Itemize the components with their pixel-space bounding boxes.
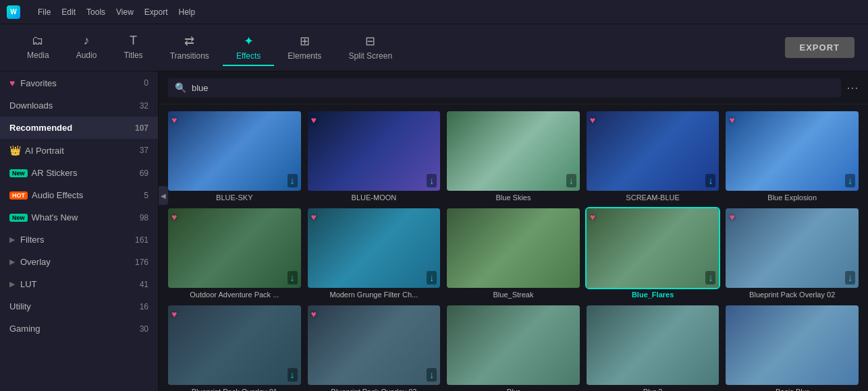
grid-view-icon[interactable]: ⋯ bbox=[846, 80, 859, 95]
export-button[interactable]: EXPORT bbox=[785, 37, 855, 58]
sidebar-item-favorites[interactable]: ♥Favorites0 bbox=[0, 71, 158, 94]
sidebar-item-recommended[interactable]: Recommended107 bbox=[0, 117, 158, 139]
download-icon[interactable]: ↓ bbox=[845, 271, 855, 284]
toolbar-item-audio[interactable]: ♪Audio bbox=[63, 30, 111, 66]
sidebar-item-downloads[interactable]: Downloads32 bbox=[0, 94, 158, 117]
sidebar-item-label: What's New bbox=[32, 212, 78, 222]
toolbar-item-transitions[interactable]: ⇄Transitions bbox=[157, 30, 223, 66]
download-icon[interactable]: ↓ bbox=[288, 271, 298, 284]
effect-label: Basic Blur bbox=[726, 388, 859, 391]
sidebar-item-what-s-new[interactable]: NewWhat's New98 bbox=[0, 206, 158, 229]
thumbnail-bg bbox=[168, 208, 301, 288]
favorite-icon: ♥ bbox=[311, 115, 317, 125]
effect-thumbnail: ♥↓ bbox=[726, 111, 859, 191]
sidebar-item-ar-stickers[interactable]: NewAR Stickers69 bbox=[0, 162, 158, 184]
sidebar-item-ai-portrait[interactable]: 👑AI Portrait37 bbox=[0, 139, 158, 162]
download-icon[interactable]: ↓ bbox=[427, 174, 437, 187]
toolbar-label-split-screen: Split Screen bbox=[348, 51, 392, 61]
sidebar-item-filters[interactable]: ▶Filters161 bbox=[0, 229, 158, 251]
sidebar-item-count: 107 bbox=[135, 123, 148, 133]
sidebar-item-count: 176 bbox=[135, 258, 148, 267]
download-icon[interactable]: ↓ bbox=[566, 174, 576, 187]
download-icon[interactable]: ↓ bbox=[705, 271, 715, 284]
grid-item[interactable]: Blur bbox=[447, 305, 580, 391]
menu-item-edit[interactable]: Edit bbox=[61, 7, 76, 17]
download-icon[interactable]: ↓ bbox=[427, 368, 437, 382]
thumbnail-bg bbox=[587, 208, 720, 288]
download-icon[interactable]: ↓ bbox=[288, 174, 298, 187]
toolbar-item-media[interactable]: 🗂Media bbox=[13, 30, 63, 66]
toolbar-item-elements[interactable]: ⊞Elements bbox=[274, 30, 335, 66]
menu-item-file[interactable]: File bbox=[38, 7, 51, 17]
app-logo: W bbox=[7, 5, 24, 19]
effects-grid-area: ♥↓BLUE-SKY♥↓BLUE-MOON↓Blue Skies♥↓SCREAM… bbox=[159, 104, 868, 391]
grid-item[interactable]: Blur 2 bbox=[587, 305, 720, 391]
effect-thumbnail bbox=[726, 305, 859, 385]
thumbnail-bg bbox=[726, 305, 859, 385]
grid-item[interactable]: ♥↓Outdoor Adventure Pack ... bbox=[168, 208, 301, 299]
sidebar-item-gaming[interactable]: Gaming30 bbox=[0, 318, 158, 340]
expand-arrow-icon: ▶ bbox=[9, 280, 15, 289]
collapse-sidebar-button[interactable]: ◀ bbox=[159, 186, 168, 205]
sidebar-item-count: 161 bbox=[135, 235, 148, 245]
sidebar-item-utility[interactable]: Utility16 bbox=[0, 295, 158, 318]
effects-grid: ♥↓BLUE-SKY♥↓BLUE-MOON↓Blue Skies♥↓SCREAM… bbox=[168, 111, 859, 391]
sidebar-item-label: Audio Effects bbox=[32, 190, 83, 200]
grid-item[interactable]: ↓Blue Skies bbox=[447, 111, 580, 202]
sidebar-item-overlay[interactable]: ▶Overlay176 bbox=[0, 251, 158, 273]
effect-thumbnail: ♥↓ bbox=[587, 111, 720, 191]
download-icon[interactable]: ↓ bbox=[845, 174, 855, 187]
grid-item[interactable]: ♥↓BLUE-MOON bbox=[308, 111, 441, 202]
sidebar-item-count: 5 bbox=[144, 191, 148, 200]
grid-item[interactable]: Basic Blur bbox=[726, 305, 859, 391]
toolbar-item-split-screen[interactable]: ⊟Split Screen bbox=[335, 30, 406, 66]
grid-item[interactable]: Blue_Streak bbox=[447, 208, 580, 299]
grid-item[interactable]: ♥↓Blueprint Pack Overlay 02 bbox=[726, 208, 859, 299]
sidebar-item-label: Gaming bbox=[9, 324, 40, 334]
menu-item-export[interactable]: Export bbox=[144, 7, 168, 17]
grid-item[interactable]: ♥↓Blueprint Pack Overlay 01 bbox=[168, 305, 301, 391]
sidebar-item-count: 0 bbox=[144, 78, 148, 88]
effect-label: Blueprint Pack Overlay 02 bbox=[726, 291, 859, 299]
sidebar-item-audio-effects[interactable]: HOTAudio Effects5 bbox=[0, 184, 158, 206]
download-icon[interactable]: ↓ bbox=[288, 368, 298, 382]
grid-item[interactable]: ♥↓Blue_Flares bbox=[587, 208, 720, 299]
grid-item[interactable]: ♥↓Blue Explosion bbox=[726, 111, 859, 202]
toolbar-icon-elements: ⊞ bbox=[300, 34, 310, 49]
effect-thumbnail: ♥↓ bbox=[168, 305, 301, 385]
toolbar-label-media: Media bbox=[27, 51, 49, 60]
download-icon[interactable]: ↓ bbox=[705, 174, 715, 187]
effect-thumbnail: ♥↓ bbox=[308, 305, 441, 385]
search-input-wrap[interactable]: 🔍 bbox=[168, 78, 841, 97]
menu-item-view[interactable]: View bbox=[116, 7, 134, 17]
sidebar-item-label: Favorites bbox=[20, 78, 56, 88]
thumbnail-bg bbox=[587, 111, 720, 191]
effect-thumbnail bbox=[447, 305, 580, 385]
menu-item-tools[interactable]: Tools bbox=[86, 7, 105, 17]
effect-label: Blue Explosion bbox=[726, 193, 859, 202]
thumbnail-bg bbox=[168, 305, 301, 385]
sidebar-item-lut[interactable]: ▶LUT41 bbox=[0, 273, 158, 295]
grid-item[interactable]: ♥↓Blueprint Pack Overlay 03 bbox=[308, 305, 441, 391]
grid-item[interactable]: ♥↓SCREAM-BLUE bbox=[587, 111, 720, 202]
menu-item-help[interactable]: Help bbox=[179, 7, 196, 17]
effect-thumbnail: ♥↓ bbox=[168, 208, 301, 288]
toolbar-label-transitions: Transitions bbox=[170, 51, 209, 61]
download-icon[interactable]: ↓ bbox=[427, 271, 437, 284]
search-input[interactable] bbox=[192, 83, 834, 93]
toolbar-label-elements: Elements bbox=[288, 51, 321, 61]
thumbnail-bg bbox=[447, 305, 580, 385]
grid-item[interactable]: ♥↓BLUE-SKY bbox=[168, 111, 301, 202]
effect-label: SCREAM-BLUE bbox=[587, 193, 720, 202]
expand-arrow-icon: ▶ bbox=[9, 258, 15, 266]
search-bar: 🔍 ⋯ bbox=[159, 71, 868, 104]
grid-item[interactable]: ♥↓Modern Grunge Filter Ch... bbox=[308, 208, 441, 299]
content-area: 🔍 ⋯ ♥↓BLUE-SKY♥↓BLUE-MOON↓Blue Skies♥↓SC… bbox=[159, 71, 868, 391]
effect-label: Blue_Flares bbox=[587, 291, 720, 299]
menu-bar[interactable]: FileEditToolsViewExportHelp bbox=[38, 7, 195, 17]
toolbar-icon-media: 🗂 bbox=[32, 34, 44, 48]
toolbar-item-effects[interactable]: ✦Effects bbox=[223, 30, 274, 66]
sidebar-item-count: 37 bbox=[140, 146, 148, 155]
toolbar-item-titles[interactable]: TTitles bbox=[110, 30, 156, 66]
hot-badge: HOT bbox=[9, 191, 28, 200]
